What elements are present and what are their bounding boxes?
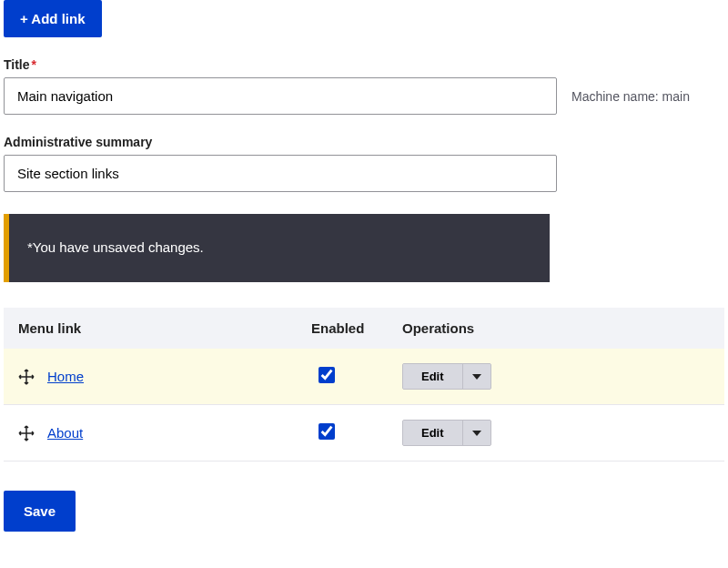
dropbutton-toggle[interactable] [463,364,490,389]
col-operations: Operations [388,308,724,349]
alert-message: *You have unsaved changes. [27,239,204,255]
col-menu-link: Menu link [4,308,297,349]
table-row: Home Edit [4,349,724,405]
summary-input[interactable] [4,155,557,192]
table-row: About Edit [4,405,724,462]
menu-link-about[interactable]: About [47,425,83,441]
edit-button[interactable]: Edit [403,364,463,389]
chevron-down-icon [472,374,481,380]
required-star-icon: * [32,57,36,72]
dropbutton-toggle[interactable] [463,421,490,445]
machine-name-value: main [662,89,690,104]
menu-link-home[interactable]: Home [47,369,84,384]
operations-dropbutton: Edit [402,420,491,446]
machine-name-label: Machine name: [571,89,659,104]
operations-dropbutton: Edit [402,363,491,390]
chevron-down-icon [472,431,481,436]
title-label-text: Title [4,57,30,72]
drag-handle-icon[interactable] [18,425,35,441]
save-button[interactable]: Save [4,491,76,532]
title-label: Title* [4,57,724,72]
drag-handle-icon[interactable] [18,369,35,385]
enabled-checkbox[interactable] [318,367,335,383]
edit-button[interactable]: Edit [403,421,463,445]
col-enabled: Enabled [297,308,388,349]
add-link-button[interactable]: + Add link [4,0,102,37]
menu-links-table: Menu link Enabled Operations Home [4,308,724,462]
enabled-checkbox[interactable] [318,423,335,440]
unsaved-changes-alert: *You have unsaved changes. [4,214,550,282]
machine-name: Machine name: main [571,89,690,104]
title-input[interactable] [4,77,557,115]
summary-label: Administrative summary [4,135,724,149]
